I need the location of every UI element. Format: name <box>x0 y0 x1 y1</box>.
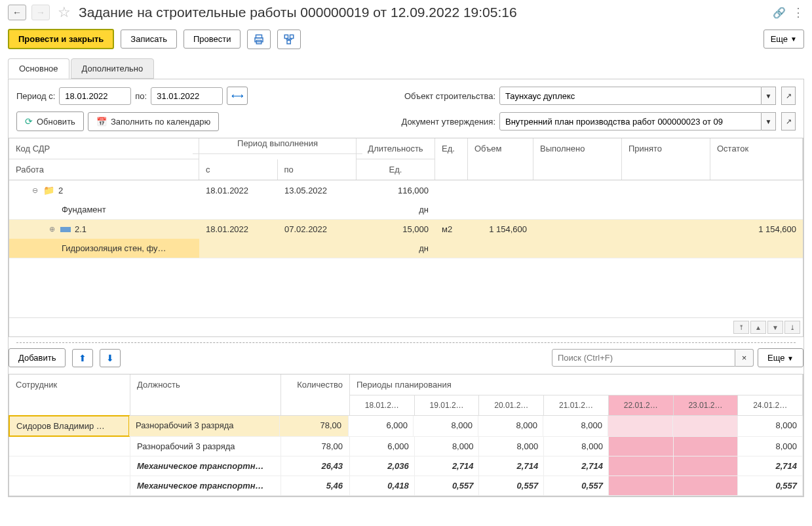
row-name: Гидроизоляция стен, фу… <box>9 239 199 258</box>
row-day-value: 2,714 <box>479 456 544 475</box>
row-remaining <box>710 186 803 195</box>
th-remaining: Остаток <box>710 138 803 180</box>
th-code: Код СДР <box>9 138 199 159</box>
approval-dropdown-button[interactable]: ▼ <box>762 112 776 131</box>
approval-input[interactable] <box>499 112 762 131</box>
row-day-value: 8,000 <box>478 416 543 436</box>
hierarchy-icon <box>283 33 295 45</box>
move-down-button[interactable]: ⬇ <box>100 349 121 367</box>
lth-employee: Сотрудник <box>9 374 130 416</box>
row-from: 18.01.2022 <box>199 181 278 200</box>
row-volume: 1 154,600 <box>468 220 533 239</box>
tree-toggle[interactable]: ⊕ <box>47 225 56 233</box>
object-open-button[interactable]: ↗ <box>781 87 796 105</box>
more-vertical-icon[interactable]: ⋮ <box>792 5 804 20</box>
th-duration: Длительность <box>357 138 435 159</box>
works-table: Код СДР Работа Период выполнения с по Дл… <box>9 138 803 337</box>
row-day-value: 8,000 <box>479 437 544 456</box>
add-button[interactable]: Добавить <box>9 348 66 367</box>
day-header: 18.01.2… <box>350 395 415 415</box>
row-qty: 78,00 <box>281 437 350 456</box>
row-done <box>533 186 622 195</box>
print-button[interactable] <box>247 30 271 49</box>
row-day-value <box>674 456 739 475</box>
th-period: Период выполнения <box>193 133 362 154</box>
period-from-input[interactable] <box>59 87 131 105</box>
nav-back-button[interactable]: ← <box>8 5 26 20</box>
lth-periods: Периоды планирования <box>350 374 802 395</box>
period-to-input[interactable] <box>151 87 223 105</box>
fill-calendar-button[interactable]: 📅 Заполнить по календарю <box>88 112 219 131</box>
table-row[interactable]: ⊖ 📁 2 18.01.2022 13.05.2022 116,000 Фунд… <box>9 180 803 220</box>
row-position: Разнорабочий 3 разряда <box>129 416 280 436</box>
object-input[interactable] <box>499 87 762 105</box>
day-header: 20.01.2… <box>479 395 544 415</box>
row-day-value: 2,714 <box>738 456 803 475</box>
day-header: 21.01.2… <box>544 395 609 415</box>
structure-button[interactable] <box>277 30 301 49</box>
row-accepted <box>622 186 710 195</box>
refresh-icon: ⟳ <box>25 116 33 127</box>
row-day-value: 2,036 <box>350 456 415 475</box>
post-and-close-button[interactable]: Провести и закрыть <box>8 29 114 49</box>
nav-last-button[interactable]: ⤓ <box>784 321 800 334</box>
row-day-value <box>609 437 674 456</box>
link-icon[interactable]: 🔗 <box>773 7 786 19</box>
row-duration: 116,000 <box>357 181 435 200</box>
day-header: 23.01.2… <box>674 395 739 415</box>
object-dropdown-button[interactable]: ▼ <box>762 87 776 105</box>
calendar-icon: 📅 <box>96 117 107 127</box>
row-position: Механическое транспортн… <box>130 456 281 475</box>
row-accepted <box>622 225 710 234</box>
approval-open-button[interactable]: ↗ <box>781 112 796 131</box>
chevron-down-icon: ▼ <box>787 355 794 362</box>
refresh-button[interactable]: ⟳ Обновить <box>16 111 84 131</box>
th-volume: Объем <box>468 138 533 180</box>
approval-label: Документ утверждения: <box>401 117 495 127</box>
more-button[interactable]: Еще ▼ <box>764 30 804 49</box>
favorite-star-icon[interactable]: ☆ <box>58 4 71 21</box>
row-qty: 78,00 <box>280 416 349 436</box>
lth-position: Должность <box>130 374 281 416</box>
day-header: 22.01.2… <box>609 395 674 415</box>
lower-more-button[interactable]: Еще ▼ <box>758 348 803 367</box>
bar-icon <box>60 227 71 232</box>
page-title: Задание на строительные работы 000000019… <box>79 5 517 20</box>
printer-icon <box>253 33 265 45</box>
row-to: 13.05.2022 <box>278 181 357 200</box>
row-day-value: 0,557 <box>415 476 480 495</box>
nav-forward-button[interactable]: → <box>31 5 50 20</box>
row-volume <box>468 186 533 195</box>
swap-dates-button[interactable]: ⟷ <box>227 87 248 105</box>
move-up-button[interactable]: ⬆ <box>72 349 93 367</box>
nav-first-button[interactable]: ⤒ <box>733 321 749 334</box>
search-input[interactable] <box>552 349 735 367</box>
row-day-value <box>609 456 674 475</box>
row-day-value <box>674 437 739 456</box>
row-day-value: 2,714 <box>544 456 609 475</box>
chevron-down-icon: ▼ <box>790 35 797 43</box>
row-day-value: 6,000 <box>350 437 415 456</box>
employee-row[interactable]: Механическое транспортн…26,432,0362,7142… <box>9 456 803 476</box>
employee-row[interactable]: Сидоров Владимир …Разнорабочий 3 разряда… <box>9 416 803 437</box>
row-employee <box>9 456 130 475</box>
row-employee <box>9 437 130 456</box>
employee-row[interactable]: Разнорабочий 3 разряда78,006,0008,0008,0… <box>9 437 803 456</box>
row-code: 2.1 <box>75 224 87 234</box>
row-employee <box>9 476 130 495</box>
save-button[interactable]: Записать <box>121 30 177 49</box>
row-day-value: 8,000 <box>415 437 480 456</box>
post-button[interactable]: Провести <box>184 30 241 49</box>
search-clear-button[interactable]: × <box>735 349 754 367</box>
employee-row[interactable]: Механическое транспортн…5,460,4180,5570,… <box>9 476 803 496</box>
row-day-value <box>609 476 674 495</box>
nav-up-button[interactable]: ▲ <box>750 321 766 334</box>
row-code: 2 <box>58 186 63 195</box>
th-period-from: с <box>199 159 278 180</box>
tab-main[interactable]: Основное <box>8 58 69 79</box>
row-day-value: 8,000 <box>738 416 803 436</box>
nav-down-button[interactable]: ▼ <box>767 321 783 334</box>
table-row[interactable]: ⊕ 2.1 18.01.2022 07.02.2022 15,000 м2 1 … <box>9 220 803 258</box>
tree-toggle[interactable]: ⊖ <box>30 186 39 195</box>
tab-additional[interactable]: Дополнительно <box>71 58 155 79</box>
